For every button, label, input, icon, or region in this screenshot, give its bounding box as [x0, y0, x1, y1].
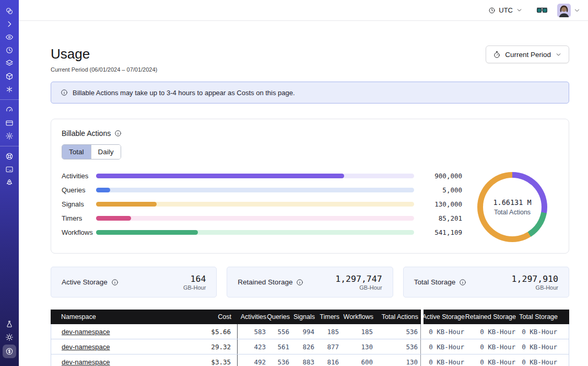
- column-header-signals: Signals: [292, 310, 317, 324]
- topbar: UTC: [19, 0, 588, 21]
- sidebar-item-deployments[interactable]: [3, 58, 16, 69]
- clock-icon: [488, 7, 496, 14]
- bar-track: [96, 216, 414, 221]
- period-dropdown-button[interactable]: Current Period: [486, 45, 569, 63]
- total-actions-cell: 536: [375, 339, 420, 354]
- table-row: dev-namespace $3.35 492 536 883 816 600 …: [51, 354, 569, 366]
- storage-label-text: Total Storage: [414, 278, 456, 286]
- total-actions-cell: 536: [375, 324, 420, 339]
- namespace-link[interactable]: dev-namespace: [62, 328, 110, 336]
- sidebar-item-support[interactable]: [3, 151, 16, 162]
- account-menu-chevron[interactable]: [573, 7, 581, 14]
- bar-value: 900,000: [414, 172, 462, 180]
- column-header-cost: Cost: [192, 310, 238, 324]
- namespace-cell: dev-namespace: [51, 354, 191, 366]
- sidebar-item-usage-current[interactable]: [3, 345, 16, 358]
- donut-ring: 1.66131 M Total Actions: [477, 172, 547, 242]
- clock-history-icon: [5, 46, 14, 54]
- gauge-icon: [5, 106, 14, 114]
- bar-track: [96, 202, 414, 207]
- queries-cell: 561: [268, 339, 292, 354]
- namespace-link[interactable]: dev-namespace: [62, 358, 110, 366]
- info-icon[interactable]: [459, 279, 466, 286]
- info-icon[interactable]: [114, 130, 122, 137]
- table-row: dev-namespace $5.66 583 556 994 185 185 …: [51, 324, 569, 339]
- info-icon[interactable]: [296, 279, 303, 286]
- timezone-selector[interactable]: UTC: [488, 6, 523, 14]
- temporal-logo-icon[interactable]: [3, 5, 16, 17]
- goggles-icon[interactable]: [536, 6, 548, 15]
- dollar-coin-icon: [5, 347, 14, 356]
- sidebar-item-labs[interactable]: [3, 318, 16, 330]
- tab-total[interactable]: Total: [62, 145, 91, 159]
- cost-cell: 29.32: [191, 339, 237, 354]
- cube-icon: [5, 72, 14, 81]
- chevron-down-icon: [516, 7, 523, 14]
- sidebar-collapse-button[interactable]: [3, 18, 16, 30]
- storage-unit: GB-Hour: [183, 284, 206, 291]
- page-title-block: Usage Current Period (06/01/2024 – 07/01…: [51, 45, 157, 73]
- storage-value: 1,297,747: [335, 274, 382, 284]
- storage-unit: GB-Hour: [335, 284, 382, 291]
- bar-row-timers: Timers 85,201: [62, 214, 462, 219]
- sidebar-item-getting-started[interactable]: [3, 177, 16, 188]
- workflows-cell: 130: [342, 339, 375, 354]
- column-header-activities: Activities: [238, 310, 269, 324]
- billable-actions-title: Billable Actions: [62, 129, 111, 138]
- sidebar-item-feedback[interactable]: [3, 164, 16, 175]
- sidebar-item-workers[interactable]: [3, 71, 16, 82]
- column-header-total-storage: Total Storage: [519, 310, 569, 324]
- bar-track: [96, 230, 414, 235]
- sidebar: [0, 0, 19, 366]
- column-header-queries: Queries: [269, 310, 292, 324]
- bar-value: 85,201: [414, 214, 462, 222]
- storage-card-label: Active Storage: [62, 278, 119, 286]
- signals-cell: 826: [292, 339, 317, 354]
- table-header: Namespace Cost Activities Queries Signal…: [51, 310, 569, 324]
- table-body: dev-namespace $5.66 583 556 994 185 185 …: [51, 324, 569, 366]
- bar-value: 541,109: [414, 228, 462, 236]
- activities-cell: 423: [237, 339, 268, 354]
- sidebar-item-usage-dashboard[interactable]: [3, 104, 16, 116]
- sidebar-item-nexus[interactable]: [3, 84, 16, 95]
- signals-cell: 883: [292, 354, 317, 366]
- banner-text: Billable Actions may take up to 3-4 hour…: [73, 89, 295, 97]
- bar-value: 130,000: [414, 200, 462, 208]
- queries-cell: 556: [268, 324, 292, 339]
- credit-card-icon: [5, 119, 14, 127]
- gear-icon: [5, 132, 14, 140]
- active-storage-cell: 0 KB-Hour: [420, 339, 467, 354]
- sidebar-item-theme[interactable]: [3, 331, 16, 343]
- namespace-cell: dev-namespace: [51, 324, 191, 339]
- total-storage-cell: 0 KB-Hour: [518, 339, 569, 354]
- billable-actions-body: Activities 900,000 Queries 5,000 Signals: [62, 172, 558, 242]
- retained-storage-cell: 0 KB-Hour: [467, 324, 518, 339]
- sidebar-item-settings[interactable]: [3, 130, 16, 142]
- retained-storage-cell: 0 KB-Hour: [467, 339, 518, 354]
- sidebar-item-billing[interactable]: [3, 117, 16, 129]
- total-storage-cell: 0 KB-Hour: [518, 354, 569, 366]
- namespace-link[interactable]: dev-namespace: [62, 343, 110, 351]
- namespace-usage-table: Namespace Cost Activities Queries Signal…: [51, 310, 569, 366]
- storage-card-label: Retained Storage: [238, 278, 303, 286]
- bar-label: Workflows: [62, 229, 96, 236]
- sidebar-item-namespaces[interactable]: [3, 31, 16, 43]
- bar-label: Activities: [62, 173, 96, 179]
- column-header-timers: Timers: [317, 310, 342, 324]
- stopwatch-icon: [493, 51, 501, 59]
- workflows-cell: 600: [342, 354, 375, 366]
- column-header-namespace: Namespace: [51, 310, 192, 324]
- column-header-workflows: Workflows: [342, 310, 376, 324]
- bar-fill: [96, 188, 110, 192]
- bar-row-workflows: Workflows 541,109: [62, 228, 462, 233]
- chevron-down-icon: [573, 7, 581, 14]
- storage-unit: GB-Hour: [512, 284, 558, 291]
- sidebar-item-schedules[interactable]: [3, 44, 16, 56]
- active-storage-cell: 0 KB-Hour: [420, 354, 467, 366]
- tab-daily[interactable]: Daily: [91, 145, 121, 159]
- info-icon[interactable]: [111, 279, 119, 286]
- chevron-right-icon: [5, 20, 14, 28]
- avatar[interactable]: [557, 4, 571, 17]
- retained-storage-cell: 0 KB-Hour: [467, 354, 518, 366]
- bar-label: Queries: [62, 187, 96, 193]
